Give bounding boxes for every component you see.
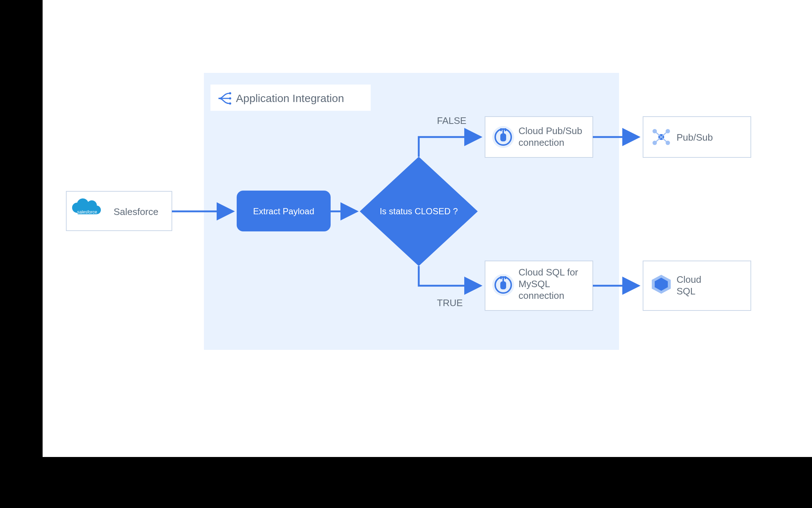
connector-icon-2 bbox=[492, 274, 514, 296]
mysql-conn-l1: Cloud SQL for bbox=[519, 267, 578, 278]
diagram-svg: Application Integration salesforce Sales… bbox=[0, 0, 812, 508]
cloudsql-label-l1: Cloud bbox=[677, 274, 701, 285]
node-pubsub: Pub/Sub bbox=[643, 117, 751, 157]
salesforce-badge-text: salesforce bbox=[77, 210, 97, 215]
diagram-stage: Application Integration salesforce Sales… bbox=[0, 0, 812, 508]
panel-title: Application Integration bbox=[236, 92, 344, 104]
svg-point-1 bbox=[229, 97, 231, 99]
edge-false-label: FALSE bbox=[437, 115, 466, 126]
svg-point-0 bbox=[229, 92, 231, 94]
node-mysql-connection: Cloud SQL for MySQL connection bbox=[485, 261, 593, 310]
mysql-conn-l2: MySQL bbox=[519, 278, 550, 289]
node-salesforce: salesforce Salesforce bbox=[66, 191, 172, 231]
salesforce-label: Salesforce bbox=[114, 206, 158, 217]
svg-point-2 bbox=[229, 102, 231, 105]
pubsub-label: Pub/Sub bbox=[677, 132, 713, 143]
pubsub-conn-l1: Cloud Pub/Sub bbox=[519, 125, 582, 136]
edge-true-label: TRUE bbox=[437, 297, 463, 308]
connector-icon bbox=[492, 126, 514, 148]
decision-label: Is status CLOSED ? bbox=[380, 206, 458, 216]
node-pubsub-connection: Cloud Pub/Sub connection bbox=[485, 117, 593, 157]
svg-rect-9 bbox=[500, 133, 506, 141]
extract-label: Extract Payload bbox=[253, 206, 314, 216]
cloudsql-label-l2: SQL bbox=[677, 286, 695, 297]
svg-rect-26 bbox=[500, 281, 506, 289]
pubsub-conn-l2: connection bbox=[519, 137, 564, 148]
node-cloudsql: Cloud SQL bbox=[643, 261, 751, 310]
node-extract-payload: Extract Payload bbox=[237, 191, 331, 231]
mysql-conn-l3: connection bbox=[519, 290, 564, 301]
